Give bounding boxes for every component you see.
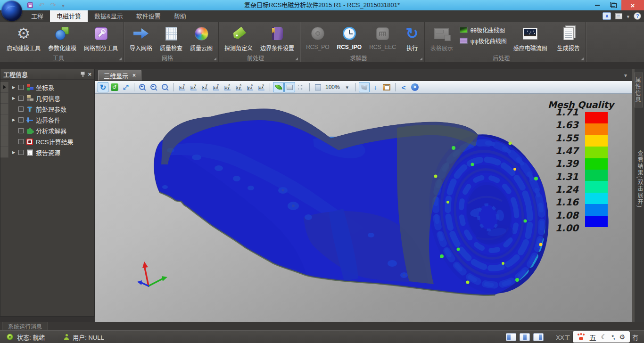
boundary-condition-settings-button[interactable]: 边界条件设置 [256,24,298,52]
ime-punctuation-icon[interactable] [611,334,614,341]
ime-mode-label[interactable]: 五 [589,332,596,342]
clock-icon [343,27,356,40]
checkbox[interactable] [18,150,24,155]
checkbox[interactable] [18,96,24,101]
tab-help[interactable]: 帮助 [167,10,193,22]
checkbox[interactable] [18,139,24,144]
pin-icon[interactable] [80,72,85,77]
tree-item-preprocess-params[interactable]: 前处理参数 [0,104,94,114]
import-view-button[interactable] [370,82,381,92]
tab-3d-display[interactable]: 三维显示 [98,70,141,81]
rcs-eec-button[interactable]: RCS_EEC [365,24,400,51]
snapshot-icon[interactable] [383,84,390,90]
app-logo[interactable] [1,0,22,21]
collapse-ribbon-icon[interactable] [603,12,611,20]
refresh-arrows-icon [406,26,419,41]
theta-polarization-curve-button[interactable]: θθ极化曲线图 [460,26,507,34]
tree-item-coordinate-system[interactable]: 坐标系 [0,82,94,93]
zoom-fit-button[interactable] [160,82,171,92]
rcs-po-button[interactable]: RCS_PO [302,24,333,51]
tab-project[interactable]: 工程 [25,10,50,22]
close-button[interactable] [621,0,644,10]
tab-data-display[interactable]: 数据&显示 [88,10,130,22]
probe-angle-define-button[interactable]: 探测角定义 [221,24,256,52]
ime-halfwidth-moon-icon[interactable] [601,333,607,341]
view-iso-button[interactable]: xyz [245,82,256,92]
expand-icon[interactable] [11,85,16,90]
section-icon[interactable] [398,82,409,92]
group-expander-icon[interactable] [295,57,298,60]
zoom-level-dropdown-icon[interactable] [342,82,353,92]
ime-logo-paw-icon[interactable] [578,334,585,340]
table-display-button[interactable]: 表格展示 [427,24,457,52]
help-icon[interactable] [634,12,641,20]
quality-check-button[interactable]: 质量检查 [156,24,186,52]
points-display-icon[interactable] [298,85,304,90]
induced-current-map-button[interactable]: 感应电磁流图 [510,24,551,52]
tab-close-icon[interactable] [132,72,136,79]
redo-icon[interactable] [50,1,57,9]
import-mesh-button[interactable]: 导入网格 [126,24,156,52]
tree-item-report-resources[interactable]: 报告资源 [0,147,94,158]
zoom-in-button[interactable] [137,82,148,92]
property-info-vertical-tab[interactable]: 属性信息 [634,73,643,107]
generate-report-button[interactable]: 生成报告 [553,24,584,52]
rcs-ipo-button[interactable]: RCS_IPO [333,24,365,51]
view-iso-back-button[interactable]: yzx [256,82,267,92]
clear-view-icon[interactable] [411,83,419,91]
psi-polarization-curve-button[interactable]: ψψ极化曲线图 [460,37,507,45]
tab-em-computation[interactable]: 电磁计算 [50,10,88,22]
quality-contour-button[interactable]: 质量云图 [186,24,216,52]
3d-viewport[interactable]: Mesh Quality 1.711.63 1.551.47 1.391.31 … [95,94,632,322]
checkbox[interactable] [18,117,24,122]
group-expander-icon[interactable] [119,57,122,60]
layout-right-panel-button[interactable] [533,333,544,341]
tab-software-settings[interactable]: 软件设置 [130,10,167,22]
clip-plane-icon[interactable] [361,84,368,90]
execute-button[interactable]: 执行 [402,24,422,52]
view-zx-back-button[interactable]: yzx [211,82,222,92]
tree-item-boundary-conditions[interactable]: 边界条件 [0,114,94,125]
checkbox[interactable] [18,85,24,90]
smooth-shading-icon[interactable] [275,84,282,90]
parametric-modeling-button[interactable]: 参数化建模 [44,24,80,52]
layout-center-panel-button[interactable] [520,333,530,341]
zoom-out-button[interactable] [149,82,159,92]
window-style-icon[interactable] [615,13,622,19]
save-icon[interactable] [27,2,33,8]
view-zy-back-button[interactable]: xzy [233,82,244,92]
layout-left-panel-button[interactable] [506,333,516,341]
system-message-tab[interactable]: 系统运行消息 [2,322,48,330]
group-expander-icon[interactable] [581,57,584,60]
restore-button[interactable] [605,0,621,10]
view-zy-button[interactable]: xzy [222,82,233,92]
tree-item-geometry-info[interactable]: 几何信息 [0,93,94,104]
root-expand-icon[interactable] [3,85,6,89]
group-expander-icon[interactable] [214,57,216,60]
view-results-vertical-tab[interactable]: 查看结果(双击展开) [636,150,644,208]
expand-icon[interactable] [11,96,16,100]
view-zx-button[interactable]: yzx [188,82,199,92]
checkbox[interactable] [18,128,24,133]
refresh-view-icon[interactable] [111,83,118,91]
view-xz-button[interactable]: yxz [177,82,188,92]
flat-shading-icon[interactable] [287,85,293,90]
mesh-partition-tool-button[interactable]: 网格剖分工具 [80,24,122,52]
quick-access-dropdown-icon[interactable] [62,1,65,9]
minimize-button[interactable] [589,0,605,10]
rotate-view-button[interactable] [98,82,108,92]
expand-icon[interactable] [11,150,16,155]
checkbox[interactable] [18,106,24,112]
panel-close-icon[interactable] [88,72,91,77]
ime-settings-gear-icon[interactable] [619,333,625,341]
expand-icon[interactable] [11,118,16,122]
group-expander-icon[interactable] [420,57,422,60]
pan-view-button[interactable] [120,82,131,92]
tree-item-analysis-solver[interactable]: 分析求解器 [0,125,94,136]
start-modeling-tool-button[interactable]: 启动建模工具 [3,24,44,52]
window-style-dropdown-icon[interactable] [627,12,629,20]
tree-item-rcs-results[interactable]: RCS计算结果 [0,136,94,147]
undo-icon[interactable] [39,1,45,9]
tab-list-dropdown-icon[interactable] [623,73,628,78]
view-xz-back-button[interactable]: yxz [199,82,210,92]
